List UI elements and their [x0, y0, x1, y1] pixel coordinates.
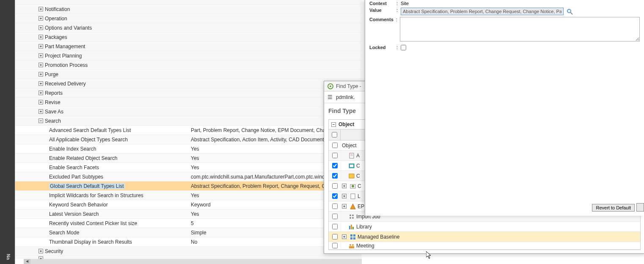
scroll-left-icon[interactable]: ◀	[24, 259, 30, 264]
row-label: C	[356, 173, 360, 179]
row-checkbox[interactable]	[332, 183, 338, 189]
library-icon	[348, 223, 355, 230]
expand-icon[interactable]: +	[39, 109, 43, 114]
site-icon: ☰	[328, 94, 333, 100]
expand-icon[interactable]: +	[39, 100, 43, 104]
expand-icon[interactable]: +	[39, 53, 43, 58]
form-row-value: Value :	[369, 8, 640, 15]
expand-icon[interactable]: +	[39, 35, 43, 39]
expand-icon[interactable]: +	[39, 44, 43, 49]
svg-rect-8	[350, 165, 353, 167]
row-checkbox[interactable]	[332, 173, 338, 179]
tree-node-partial[interactable]: +	[15, 256, 362, 259]
change-icon	[348, 173, 355, 179]
tree-node-save-as[interactable]: + Save As	[15, 107, 362, 116]
tree-row-partial[interactable]	[15, 0, 362, 5]
expand-icon[interactable]: +	[39, 16, 43, 21]
svg-rect-18	[349, 226, 350, 229]
expand-icon[interactable]: +	[342, 184, 347, 188]
row-label: Managed Baseline	[358, 234, 399, 240]
collapse-icon[interactable]: −	[331, 122, 336, 127]
tree-node-reports[interactable]: + Reports	[15, 88, 362, 98]
row-checkbox[interactable]	[332, 193, 338, 199]
expand-icon[interactable]: +	[39, 72, 43, 77]
tree-node-promotion-process[interactable]: + Promotion Process	[15, 60, 362, 70]
row-checkbox[interactable]	[332, 143, 338, 148]
svg-rect-19	[351, 225, 352, 229]
expand-icon[interactable]: +	[39, 25, 43, 30]
svg-rect-20	[352, 227, 354, 229]
svg-point-0	[567, 9, 571, 13]
expand-icon[interactable]: +	[342, 194, 347, 198]
tree-node-operation[interactable]: + Operation	[15, 14, 362, 23]
svg-point-15	[352, 214, 354, 216]
comments-textarea[interactable]	[400, 17, 640, 41]
row-checkbox[interactable]	[332, 224, 338, 229]
expand-icon[interactable]: +	[342, 204, 347, 209]
value-input[interactable]	[401, 8, 564, 15]
tree-node-options-variants[interactable]: + Options and Variants	[15, 23, 362, 33]
search-icon[interactable]	[567, 8, 573, 15]
row-label: A	[356, 153, 360, 159]
tree-item-implicit-wildcards[interactable]: Implicit Wildcards for Search in Structu…	[15, 191, 362, 200]
select-all-checkbox[interactable]	[332, 132, 337, 138]
expand-icon[interactable]: +	[39, 7, 43, 11]
tree-node-part-management[interactable]: + Part Management	[15, 42, 362, 51]
svg-marker-13	[350, 204, 355, 209]
tree-node-search[interactable]: − Search	[15, 116, 362, 126]
row-label: C	[356, 163, 360, 169]
svg-rect-21	[350, 234, 352, 236]
collapse-icon[interactable]: −	[39, 118, 43, 123]
tree-item-advanced-search[interactable]: Advanced Search Default Types List Part,…	[15, 126, 362, 135]
tree-item-excluded-subtypes[interactable]: Excluded Part Subtypes com.ptc.windchill…	[15, 172, 362, 182]
svg-rect-22	[353, 234, 355, 236]
tree-node-revise[interactable]: + Revise	[15, 98, 362, 107]
spec-icon	[348, 152, 355, 159]
tree-node-purge[interactable]: + Purge	[15, 70, 362, 79]
horizontal-scrollbar[interactable]: ◀	[24, 259, 362, 264]
row-label: L	[358, 193, 361, 199]
tree-item-enable-facets[interactable]: Enable Search Facets Yes	[15, 163, 362, 172]
epm-icon	[350, 203, 356, 210]
object-header-label: Object	[342, 143, 357, 148]
svg-line-1	[570, 12, 572, 14]
tree-node-project-planning[interactable]: + Project Planning	[15, 51, 362, 60]
row-checkbox[interactable]	[332, 153, 338, 158]
object-row-library[interactable]: Library	[329, 222, 640, 232]
row-checkbox[interactable]	[332, 234, 338, 239]
tree-item-thumbnail-display[interactable]: Thumbnail Display in Search Results No	[15, 237, 362, 247]
tree-item-recent-context[interactable]: Recently visited Context Picker list siz…	[15, 219, 362, 228]
expand-icon[interactable]: +	[39, 81, 43, 86]
row-checkbox[interactable]	[332, 243, 338, 248]
svg-point-25	[350, 244, 351, 246]
import-icon	[348, 213, 355, 220]
tree-item-keyword-behavior[interactable]: Keyword Search Behavior Keyword	[15, 200, 362, 209]
expand-icon[interactable]: +	[39, 249, 43, 253]
object-row-meeting[interactable]: Meeting	[329, 242, 640, 250]
tree-item-latest-version[interactable]: Latest Version Search Yes	[15, 209, 362, 219]
svg-point-14	[350, 214, 351, 216]
row-checkbox[interactable]	[332, 214, 338, 219]
folder-icon	[350, 183, 356, 190]
tree-item-enable-index[interactable]: Enable Index Search Yes	[15, 144, 362, 154]
cad-icon	[348, 162, 355, 169]
expand-icon[interactable]: +	[39, 91, 43, 95]
revert-button[interactable]: Revert to Default	[592, 204, 635, 212]
tree-node-received-delivery[interactable]: + Received Delivery	[15, 79, 362, 88]
tree-item-enable-related[interactable]: Enable Related Object Search Yes	[15, 154, 362, 163]
object-row-baseline[interactable]: + Managed Baseline	[329, 232, 640, 242]
partial-button[interactable]	[636, 203, 644, 212]
expand-icon[interactable]: +	[39, 63, 43, 67]
tree-node-packages[interactable]: + Packages	[15, 33, 362, 42]
tree-node-notification[interactable]: + Notification	[15, 5, 362, 14]
locked-checkbox[interactable]	[401, 45, 406, 50]
row-checkbox[interactable]	[332, 163, 338, 168]
tree-item-search-mode[interactable]: Search Mode Simple	[15, 228, 362, 237]
row-checkbox[interactable]	[332, 204, 338, 209]
tree-node-security[interactable]: + Security	[15, 247, 362, 256]
svg-rect-9	[349, 174, 354, 178]
tree-item-all-applicable[interactable]: All Applicable Object Types Search Abstr…	[15, 135, 362, 144]
tree-item-global-search[interactable]: Global Search Default Types List Abstrac…	[15, 182, 362, 191]
meeting-icon	[348, 242, 355, 249]
expand-icon[interactable]: +	[342, 234, 347, 239]
